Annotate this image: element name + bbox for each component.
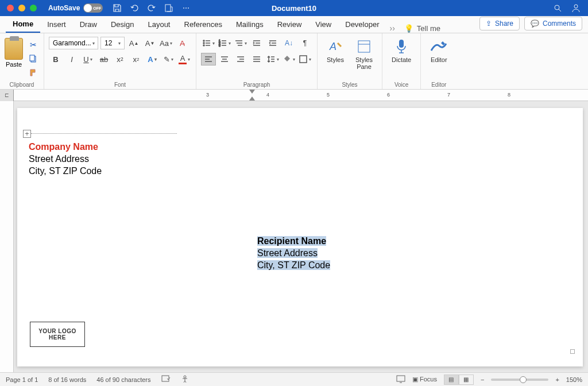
undo-icon[interactable] <box>129 3 140 13</box>
redo-icon[interactable] <box>146 3 157 13</box>
web-layout-view[interactable]: ▦ <box>459 375 474 385</box>
change-case-icon[interactable]: Aa▾ <box>159 37 173 49</box>
minimize-window[interactable] <box>18 5 25 11</box>
status-words[interactable]: 8 of 16 words <box>48 376 86 383</box>
sender-city[interactable]: City, ST ZIP Code <box>29 165 102 177</box>
superscript-button[interactable]: x2 <box>129 53 143 65</box>
comments-button[interactable]: 💬 Comments <box>524 17 582 30</box>
zoom-thumb[interactable] <box>520 376 527 383</box>
maximize-window[interactable] <box>30 5 37 11</box>
tab-insert[interactable]: Insert <box>40 16 73 33</box>
decrease-indent-icon[interactable] <box>249 37 264 49</box>
recipient-city[interactable]: City, ST ZIP Code <box>257 260 330 270</box>
document-scroll[interactable]: + Company Name Street Address City, ST Z… <box>14 101 588 372</box>
tab-developer[interactable]: Developer <box>338 16 386 33</box>
dictate-button[interactable]: Dictate <box>387 36 416 65</box>
template-icon[interactable] <box>164 3 174 13</box>
tab-layout[interactable]: Layout <box>141 16 177 33</box>
italic-button[interactable]: I <box>65 53 79 65</box>
editor-button[interactable]: Editor <box>425 36 452 65</box>
svg-text:A: A <box>329 41 336 52</box>
increase-indent-icon[interactable] <box>265 37 280 49</box>
group-label: Clipboard <box>0 82 44 88</box>
autosave[interactable]: AutoSave OFF <box>48 3 103 13</box>
numbering-icon[interactable]: 123▾ <box>217 37 232 49</box>
ruler-scale[interactable]: 3 4 5 6 7 8 <box>14 90 588 101</box>
sort-icon[interactable]: A↓ <box>281 37 296 49</box>
shrink-font-icon[interactable]: A▼ <box>143 37 157 49</box>
show-marks-icon[interactable]: ¶ <box>297 37 312 49</box>
multilevel-list-icon[interactable]: ▾ <box>233 37 248 49</box>
svg-rect-17 <box>397 376 405 381</box>
underline-button[interactable]: U▾ <box>81 53 95 65</box>
bullets-icon[interactable]: ▾ <box>201 37 216 49</box>
sender-street[interactable]: Street Address <box>29 153 102 165</box>
format-painter-icon[interactable] <box>28 67 39 78</box>
tab-design[interactable]: Design <box>104 16 141 33</box>
recipient-block[interactable]: Recipient Name Street Address City, ST Z… <box>257 236 330 271</box>
strikethrough-button[interactable]: ab <box>97 53 111 65</box>
sender-block[interactable]: Company Name Street Address City, ST ZIP… <box>29 141 102 177</box>
grow-font-icon[interactable]: A▲ <box>127 37 141 49</box>
page[interactable]: + Company Name Street Address City, ST Z… <box>17 108 583 366</box>
save-icon[interactable] <box>112 3 122 13</box>
paste-button[interactable]: Paste <box>5 36 23 68</box>
spellcheck-icon[interactable] <box>161 375 171 384</box>
highlight-icon[interactable]: ✎▾ <box>161 53 175 65</box>
sender-company[interactable]: Company Name <box>29 141 102 153</box>
clear-format-icon[interactable]: A̶ <box>175 37 189 49</box>
vertical-ruler[interactable] <box>0 101 14 372</box>
zoom-in-icon[interactable]: + <box>555 376 559 383</box>
shading-icon[interactable]: ▾ <box>281 53 296 65</box>
share-button[interactable]: ⇪ Share <box>479 17 520 30</box>
subscript-button[interactable]: x2 <box>113 53 127 65</box>
focus-button[interactable]: ▣ Focus <box>412 376 437 383</box>
account-icon[interactable] <box>571 3 581 13</box>
font-name-select[interactable]: Garamond...▾ <box>49 37 98 49</box>
tab-mailings[interactable]: Mailings <box>229 16 270 33</box>
autosave-toggle[interactable]: OFF <box>83 3 103 13</box>
align-left-icon[interactable] <box>201 53 216 65</box>
display-settings-icon[interactable] <box>396 375 405 384</box>
styles-button[interactable]: A Styles <box>322 36 349 65</box>
hanging-indent-marker[interactable] <box>249 96 255 101</box>
status-chars[interactable]: 46 of 90 characters <box>96 376 150 383</box>
tab-review[interactable]: Review <box>270 16 309 33</box>
svg-rect-13 <box>358 41 370 52</box>
tab-view[interactable]: View <box>308 16 338 33</box>
align-right-icon[interactable] <box>233 53 248 65</box>
table-anchor-icon[interactable]: + <box>23 130 31 138</box>
more-icon[interactable]: ⋯ <box>181 3 191 13</box>
tab-overflow[interactable]: ›› <box>386 24 399 33</box>
zoom-slider[interactable] <box>491 379 548 381</box>
close-window[interactable] <box>7 5 14 11</box>
group-label: Styles <box>318 82 382 88</box>
tab-home[interactable]: Home <box>6 16 40 33</box>
tell-me[interactable]: 💡 Tell me <box>399 24 446 33</box>
line-spacing-icon[interactable]: ▾ <box>265 53 280 65</box>
justify-icon[interactable] <box>249 53 264 65</box>
ruler-tick: 6 <box>387 92 390 98</box>
status-page[interactable]: Page 1 of 1 <box>6 376 38 383</box>
cut-icon[interactable]: ✂ <box>28 39 39 51</box>
print-layout-view[interactable]: ▤ <box>444 375 459 385</box>
tab-references[interactable]: References <box>177 16 229 33</box>
copy-icon[interactable] <box>28 53 39 64</box>
recipient-street[interactable]: Street Address <box>257 248 318 258</box>
first-line-indent-marker[interactable] <box>249 90 255 94</box>
logo-placeholder[interactable]: YOUR LOGO HERE <box>30 322 85 347</box>
tab-draw[interactable]: Draw <box>73 16 104 33</box>
zoom-level[interactable]: 150% <box>566 376 582 383</box>
borders-icon[interactable]: ▾ <box>297 53 312 65</box>
align-center-icon[interactable] <box>217 53 232 65</box>
text-effects-icon[interactable]: A▾ <box>145 53 159 65</box>
font-size-select[interactable]: 12▾ <box>100 37 125 49</box>
horizontal-ruler[interactable]: ⊏ 3 4 5 6 7 8 <box>0 90 588 101</box>
accessibility-icon[interactable] <box>181 375 189 384</box>
font-color-icon[interactable]: A▾ <box>177 53 191 65</box>
recipient-name[interactable]: Recipient Name <box>257 236 326 246</box>
search-icon[interactable] <box>552 3 563 13</box>
bold-button[interactable]: B <box>49 53 63 65</box>
zoom-out-icon[interactable]: − <box>481 376 484 383</box>
styles-pane-button[interactable]: Styles Pane <box>351 36 377 72</box>
